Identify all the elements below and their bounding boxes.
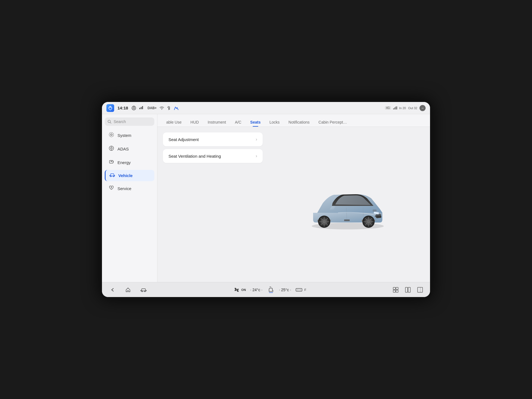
tab-hud[interactable]: HUD bbox=[186, 118, 203, 127]
bluetooth-icon bbox=[167, 106, 170, 110]
svg-point-11 bbox=[111, 134, 112, 135]
svg-point-52 bbox=[144, 291, 145, 292]
svg-rect-61 bbox=[396, 287, 398, 290]
sidebar-item-vehicle[interactable]: Vehicle bbox=[105, 170, 154, 181]
cellular-icon bbox=[393, 106, 397, 110]
car-image-area bbox=[268, 132, 424, 277]
status-time: 14:18 bbox=[117, 106, 128, 110]
tab-locks[interactable]: Locks bbox=[265, 118, 284, 127]
svg-point-14 bbox=[111, 147, 112, 149]
svg-rect-49 bbox=[373, 209, 377, 212]
sidebar-item-label-adas: ADAS bbox=[117, 147, 129, 151]
svg-rect-18 bbox=[113, 161, 114, 162]
left-temp-down-arrow[interactable]: ‹ bbox=[250, 288, 251, 291]
camera-icon bbox=[131, 106, 136, 111]
seat-adjustment-label: Seat Adjustment bbox=[168, 137, 199, 142]
svg-point-53 bbox=[236, 289, 237, 290]
search-box[interactable]: Search bbox=[105, 117, 154, 126]
seat-ventilation-item[interactable]: Seat Ventilation and Heating › bbox=[163, 149, 263, 163]
fan-on-label: ON bbox=[241, 288, 246, 291]
dab-label: DAB+ bbox=[147, 106, 157, 110]
svg-point-51 bbox=[142, 291, 143, 292]
tab-tableuse[interactable]: able Use bbox=[162, 118, 186, 127]
signal-bars-icon bbox=[139, 106, 145, 109]
rear-defrost-label: F bbox=[304, 288, 306, 291]
single-icon bbox=[417, 287, 423, 293]
left-temp-control: ‹ 24°c › bbox=[250, 288, 262, 292]
svg-rect-64 bbox=[405, 287, 408, 292]
sidebar-item-label-system: System bbox=[117, 133, 131, 138]
seat-ventilation-chevron: › bbox=[256, 154, 257, 158]
settings-content: Seat Adjustment › Seat Ventilation and H… bbox=[157, 127, 430, 282]
sidebar: Search System bbox=[102, 114, 157, 282]
right-temp-up-arrow[interactable]: › bbox=[290, 288, 291, 291]
svg-rect-3 bbox=[141, 107, 142, 109]
home-icon bbox=[126, 287, 131, 292]
sidebar-item-label-vehicle: Vehicle bbox=[118, 173, 133, 178]
fan-icon bbox=[234, 287, 240, 293]
app-logo bbox=[106, 104, 114, 112]
seat-climate-icon bbox=[267, 286, 275, 294]
tab-ac[interactable]: A/C bbox=[231, 118, 246, 127]
status-bar: 14:18 bbox=[102, 102, 430, 114]
main-area: Search System bbox=[102, 114, 430, 282]
tab-notifications[interactable]: Notifications bbox=[284, 118, 314, 127]
tab-seats[interactable]: Seats bbox=[246, 118, 265, 127]
split-icon bbox=[405, 287, 411, 293]
status-right: 4G In 20 Out 32 − bbox=[385, 105, 426, 111]
grid-layout-button[interactable] bbox=[391, 285, 400, 294]
screen: 14:18 bbox=[102, 102, 430, 297]
split-layout-button[interactable] bbox=[403, 285, 412, 294]
home-button[interactable] bbox=[123, 285, 133, 295]
layout-buttons bbox=[391, 285, 424, 294]
svg-rect-7 bbox=[395, 107, 396, 109]
svg-point-12 bbox=[109, 132, 114, 137]
back-icon bbox=[110, 287, 115, 292]
radio-signal-icon bbox=[139, 106, 145, 110]
svg-rect-65 bbox=[408, 287, 410, 292]
search-icon bbox=[108, 120, 111, 124]
adas-icon bbox=[108, 145, 115, 152]
svg-rect-62 bbox=[393, 290, 395, 292]
seat-adjustment-item[interactable]: Seat Adjustment › bbox=[163, 132, 263, 146]
bottom-nav-left bbox=[108, 285, 149, 295]
left-temp-up-arrow[interactable]: › bbox=[261, 288, 262, 291]
left-temp-value: 24°c bbox=[252, 288, 260, 292]
temp-in-label: In 20 bbox=[399, 106, 406, 110]
sidebar-item-energy[interactable]: Energy bbox=[105, 156, 154, 169]
svg-rect-29 bbox=[376, 216, 381, 218]
content-area: able Use HUD Instrument A/C Seats bbox=[157, 114, 430, 282]
minus-button[interactable]: − bbox=[420, 105, 426, 111]
sidebar-item-system[interactable]: System bbox=[105, 129, 154, 142]
tab-instrument[interactable]: Instrument bbox=[203, 118, 231, 127]
single-layout-button[interactable] bbox=[416, 285, 424, 294]
status-left: 14:18 bbox=[106, 104, 385, 112]
svg-point-23 bbox=[113, 176, 114, 177]
vehicle-icon bbox=[109, 173, 116, 178]
svg-rect-63 bbox=[396, 290, 398, 292]
svg-rect-6 bbox=[394, 108, 395, 109]
search-placeholder: Search bbox=[114, 119, 126, 124]
tab-cabin[interactable]: Cabin Percept… bbox=[314, 118, 351, 127]
sidebar-item-adas[interactable]: ADAS bbox=[105, 143, 154, 155]
service-icon bbox=[108, 185, 115, 192]
car-nav-button[interactable] bbox=[139, 285, 149, 295]
status-icons: DAB+ bbox=[131, 105, 179, 111]
climate-controls: ON ‹ 24°c › bbox=[154, 286, 386, 294]
seat-climate-control[interactable] bbox=[267, 286, 275, 294]
svg-line-10 bbox=[110, 122, 111, 124]
grid-icon bbox=[393, 287, 399, 293]
temp-out-label: Out 32 bbox=[408, 106, 417, 110]
car-visual bbox=[302, 177, 391, 232]
sidebar-item-service[interactable]: Service bbox=[105, 182, 154, 195]
rear-defrost-control[interactable]: F bbox=[295, 287, 306, 293]
svg-rect-8 bbox=[397, 106, 397, 109]
fan-control[interactable]: ON bbox=[234, 287, 246, 293]
car-svg bbox=[302, 177, 391, 232]
right-temp-down-arrow[interactable]: ‹ bbox=[279, 288, 280, 291]
svg-point-0 bbox=[132, 106, 136, 110]
back-button[interactable] bbox=[108, 285, 117, 295]
system-icon bbox=[108, 132, 115, 139]
signal-badge: 4G bbox=[385, 106, 391, 110]
bottom-bar: ON ‹ 24°c › bbox=[102, 282, 430, 297]
